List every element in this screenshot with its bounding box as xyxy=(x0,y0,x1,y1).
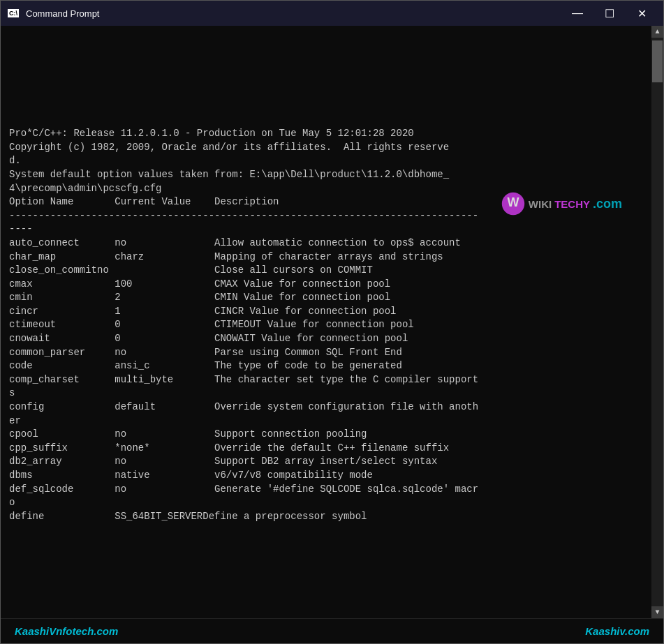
techy-text: TECHY xyxy=(554,197,590,211)
terminal-line: Pro*C/C++: Release 11.2.0.1.0 - Producti… xyxy=(9,127,643,141)
content-area: W WIKITECHY.com Pro*C/C++: Release 11.2.… xyxy=(1,26,663,618)
maximize-button[interactable]: ☐ xyxy=(593,1,626,26)
terminal-line: s xyxy=(9,387,643,400)
bottom-bar: KaashiVnfotech.com Kaashiv.com xyxy=(1,618,663,643)
terminal-line: auto_connect no Allow automatic connecti… xyxy=(9,237,643,250)
terminal-line: System default option values taken from:… xyxy=(9,168,643,182)
terminal-line: db2_array no Support DB2 array insert/se… xyxy=(9,455,643,469)
command-prompt-window: C:\ Command Prompt — ☐ ✕ W WIKITECHY.com xyxy=(0,0,664,644)
terminal-line: comp_charset multi_byte The character se… xyxy=(9,373,643,387)
com-text: .com xyxy=(593,195,622,213)
watermark: W WIKITECHY.com xyxy=(501,191,622,216)
terminal-line: cnowait 0 CNOWAIT Value for connection p… xyxy=(9,332,643,346)
terminal-line: er xyxy=(9,414,643,428)
scroll-up-arrow[interactable]: ▲ xyxy=(651,26,663,38)
terminal-line: cincr 1 CINCR Value for connection pool xyxy=(9,305,643,319)
left-watermark-link: KaashiVnfotech.com xyxy=(15,625,118,637)
terminal-line: ---- xyxy=(9,223,643,237)
terminal-line: config default Override system configura… xyxy=(9,400,643,414)
scrollbar-track[interactable] xyxy=(651,38,663,606)
scrollbar-thumb[interactable] xyxy=(652,40,663,82)
right-watermark-link: Kaashiv.com xyxy=(585,625,649,637)
scroll-down-arrow[interactable]: ▼ xyxy=(651,606,663,618)
terminal-line: close_on_commitno Close all cursors on C… xyxy=(9,264,643,278)
terminal-output[interactable]: W WIKITECHY.com Pro*C/C++: Release 11.2.… xyxy=(1,26,651,618)
terminal-line: cpp_suffix *none* Override the default C… xyxy=(9,442,643,456)
terminal-line: char_map charz Mapping of character arra… xyxy=(9,250,643,264)
terminal-content: W WIKITECHY.com Pro*C/C++: Release 11.2.… xyxy=(9,59,643,551)
close-button[interactable]: ✕ xyxy=(626,1,658,26)
cmd-icon: C:\ xyxy=(8,9,19,17)
terminal-line: cmin 2 CMIN Value for connection pool xyxy=(9,291,643,305)
terminal-line: def_sqlcode no Generate '#define SQLCODE… xyxy=(9,483,643,497)
terminal-line: Copyright (c) 1982, 2009, Oracle and/or … xyxy=(9,141,643,155)
wikitechy-logo-icon: W xyxy=(501,191,526,216)
terminal-line: cmax 100 CMAX Value for connection pool xyxy=(9,278,643,292)
title-bar: C:\ Command Prompt — ☐ ✕ xyxy=(1,1,663,26)
terminal-line: code ansi_c The type of code to be gener… xyxy=(9,359,643,373)
terminal-line: d. xyxy=(9,154,643,168)
terminal-lines: Pro*C/C++: Release 11.2.0.1.0 - Producti… xyxy=(9,127,643,523)
scrollbar: ▲ ▼ xyxy=(651,26,663,618)
terminal-line: cpool no Support connection pooling xyxy=(9,428,643,442)
terminal-line: ctimeout 0 CTIMEOUT Value for connection… xyxy=(9,318,643,332)
terminal-line: o xyxy=(9,496,643,510)
wiki-text: WIKI xyxy=(529,197,552,211)
svg-text:W: W xyxy=(507,195,519,209)
window-title: Command Prompt xyxy=(26,8,561,19)
window-icon: C:\ xyxy=(6,6,20,20)
window-controls: — ☐ ✕ xyxy=(561,1,658,26)
minimize-button[interactable]: — xyxy=(561,1,593,26)
terminal-line: define SS_64BIT_SERVERDefine a preproces… xyxy=(9,510,643,524)
terminal-line: common_parser no Parse using Common SQL … xyxy=(9,346,643,360)
terminal-line: dbms native v6/v7/v8 compatibility mode xyxy=(9,469,643,483)
